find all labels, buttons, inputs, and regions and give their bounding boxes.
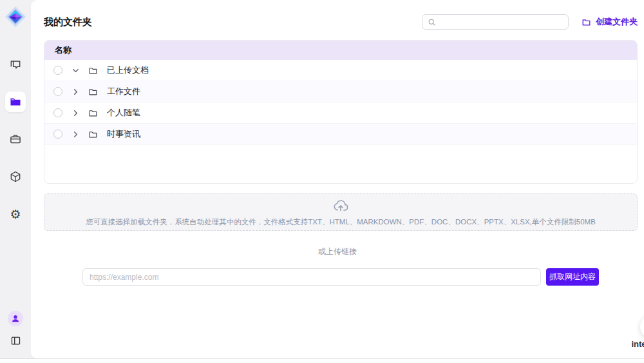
app-logo[interactable] — [4, 5, 27, 28]
folder-plus-icon — [582, 17, 591, 27]
sidebar-item-workspace[interactable] — [5, 129, 26, 150]
search-icon — [428, 18, 436, 26]
table-body: 已上传文档 工作文件 个人随笔 — [44, 60, 637, 145]
create-folder-button[interactable]: 创建文件夹 — [582, 16, 638, 28]
row-checkbox[interactable] — [53, 66, 62, 75]
upload-dropzone[interactable]: 您可直接选择加载文件夹，系统自动处理其中的文件，文件格式支持TXT、HTML、M… — [44, 193, 638, 231]
header-actions: 创建文件夹 — [422, 14, 638, 30]
chat-bubbles-icon — [9, 58, 22, 71]
chevron-icon[interactable] — [71, 130, 79, 138]
table-row[interactable]: 已上传文档 — [44, 60, 637, 81]
download-fab-button[interactable] — [640, 315, 644, 338]
folder-icon — [88, 87, 98, 97]
intel-logo-text: intel — [631, 340, 644, 348]
folder-icon — [88, 66, 98, 75]
folder-icon — [9, 95, 22, 108]
table-row[interactable]: 个人随笔 — [44, 103, 637, 124]
page-title: 我的文件夹 — [44, 16, 92, 28]
diamond-logo-icon — [4, 5, 27, 28]
window-bottom-border — [0, 358, 644, 363]
fetch-url-button[interactable]: 抓取网址内容 — [546, 268, 599, 286]
upload-hint-text: 您可直接选择加载文件夹，系统自动处理其中的文件，文件格式支持TXT、HTML、M… — [86, 217, 596, 227]
sidebar-item-models[interactable] — [5, 166, 26, 187]
page-header: 我的文件夹 创建文件夹 — [44, 13, 638, 31]
app-window: ⚙ 我的文件夹 — [0, 0, 644, 363]
row-checkbox[interactable] — [53, 108, 62, 117]
chevron-icon[interactable] — [71, 88, 79, 95]
or-upload-link-label: 或上传链接 — [31, 246, 644, 257]
panel-left-icon — [10, 335, 21, 346]
folder-name: 时事资讯 — [107, 128, 140, 140]
table-header: 名称 — [44, 41, 637, 60]
column-header-name: 名称 — [55, 44, 71, 56]
sidebar-item-folders[interactable] — [5, 92, 26, 112]
sidebar-bottom — [0, 311, 31, 348]
user-avatar[interactable] — [8, 311, 23, 326]
table-row[interactable]: 工作文件 — [44, 81, 637, 103]
cube-icon — [9, 170, 22, 183]
table-row[interactable]: 时事资讯 — [44, 124, 637, 145]
search-box[interactable] — [422, 14, 569, 30]
folder-icon — [88, 130, 98, 139]
sidebar: ⚙ — [0, 0, 31, 358]
folder-name: 工作文件 — [107, 86, 140, 97]
briefcase-icon — [9, 133, 22, 146]
collapse-sidebar-button[interactable] — [8, 333, 23, 348]
search-input[interactable] — [440, 17, 563, 26]
url-input[interactable] — [82, 268, 541, 286]
sidebar-nav: ⚙ — [5, 54, 26, 224]
url-upload-row: 抓取网址内容 — [82, 268, 599, 286]
folder-icon — [88, 108, 98, 118]
chevron-icon[interactable] — [71, 109, 79, 117]
user-avatar-icon — [11, 314, 20, 323]
sidebar-item-chat[interactable] — [5, 54, 26, 75]
row-checkbox[interactable] — [53, 87, 62, 96]
folder-name: 已上传文档 — [107, 64, 149, 76]
folder-name: 个人随笔 — [107, 107, 140, 119]
folder-table: 名称 已上传文档 工作文件 — [44, 40, 638, 184]
row-checkbox[interactable] — [53, 130, 62, 139]
chevron-icon[interactable] — [71, 66, 79, 74]
gear-icon: ⚙ — [10, 208, 21, 221]
cloud-upload-icon — [332, 198, 349, 215]
create-folder-label: 创建文件夹 — [596, 16, 638, 28]
sidebar-item-settings[interactable]: ⚙ — [5, 204, 26, 224]
intel-core-logo: intel core ultra — [630, 340, 644, 358]
main-content: 我的文件夹 创建文件夹 名称 — [31, 0, 644, 358]
